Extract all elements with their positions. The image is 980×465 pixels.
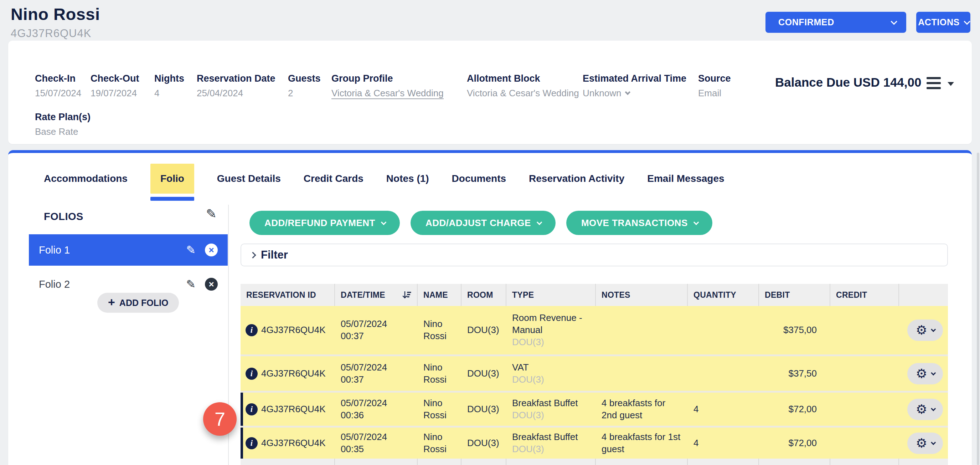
row-actions-button[interactable]: ⚙: [907, 433, 943, 454]
cell-name: Nino Rossi: [418, 428, 461, 459]
col-room[interactable]: ROOM: [461, 284, 506, 306]
cell-type-sub: DOU(3): [512, 443, 544, 455]
col-actions: [899, 284, 948, 306]
folio-name: Folio 1: [39, 244, 186, 256]
col-credit[interactable]: CREDIT: [830, 284, 899, 306]
table-row[interactable]: i 4GJ37R6QU4K 05/07/2024 00:35 Nino Ross…: [240, 426, 948, 459]
cell-type-sub: DOU(3): [512, 409, 544, 422]
col-quantity[interactable]: QUANTITY: [688, 284, 759, 306]
cell-reservation-id: 4GJ37R6QU4K: [261, 368, 326, 380]
chevron-down-icon: [694, 219, 699, 225]
col-debit[interactable]: DEBIT: [759, 284, 830, 306]
tab-guest-details[interactable]: Guest Details: [217, 173, 281, 184]
tab-notes[interactable]: Notes (1): [386, 173, 429, 184]
folio-item-1[interactable]: Folio 1 ✎ ×: [29, 234, 228, 266]
cell-quantity: [688, 356, 759, 391]
cell-room: DOU(3): [461, 356, 506, 391]
cell-reservation-id: 4GJ37R6QU4K: [261, 437, 326, 449]
cell-room: DOU(3): [461, 393, 506, 426]
cell-type: Room Revenue - Manual DOU(3): [506, 306, 596, 355]
cell-debit: $375,00: [759, 306, 830, 355]
col-datetime[interactable]: DATE/TIME: [335, 284, 418, 306]
page-title: Nino Rossi: [11, 4, 100, 24]
cell-name: Nino Rossi: [418, 393, 461, 426]
chevron-right-icon: [250, 252, 256, 258]
estimated-arrival-dropdown[interactable]: Unknown: [583, 88, 628, 99]
scrollbar[interactable]: [977, 153, 979, 465]
gear-icon: ⚙: [916, 403, 927, 416]
cell-credit: [830, 356, 899, 391]
chevron-down-icon: [537, 219, 542, 225]
actions-label: ACTIONS: [918, 17, 960, 27]
tab-credit-cards[interactable]: Credit Cards: [304, 173, 363, 184]
edit-folios-icon[interactable]: ✎: [206, 206, 217, 221]
add-adjust-charge-button[interactable]: ADD/ADJUST CHARGE: [410, 211, 555, 235]
cell-name: Nino Rossi: [418, 356, 461, 391]
step-badge: 7: [203, 402, 237, 436]
tab-accommodations[interactable]: Accommodations: [44, 173, 127, 184]
cell-debit: $72,00: [759, 393, 830, 426]
actions-dropdown-button[interactable]: ACTIONS: [916, 12, 970, 33]
folio-toolbar: ADD/REFUND PAYMENT ADD/ADJUST CHARGE MOV…: [250, 211, 713, 235]
cell-quantity: 4: [688, 393, 759, 426]
folio-name: Folio 2: [39, 278, 186, 290]
edit-folio-icon[interactable]: ✎: [186, 277, 196, 291]
table-row[interactable]: i 4GJ37R6QU4K 05/07/2024 00:37 Nino Ross…: [240, 355, 948, 391]
balance-menu-icon[interactable]: [926, 77, 941, 89]
table-row[interactable]: i 4GJ37R6QU4K 05/07/2024 00:37 Nino Ross…: [240, 306, 948, 355]
reservation-detail-card: Accommodations Folio Guest Details Credi…: [8, 150, 972, 465]
folios-title: FOLIOS: [44, 211, 83, 222]
col-name[interactable]: NAME: [418, 284, 461, 306]
info-icon[interactable]: i: [245, 437, 258, 449]
gear-icon: ⚙: [916, 367, 927, 380]
delete-folio-icon[interactable]: ×: [205, 278, 218, 291]
add-folio-button[interactable]: + ADD FOLIO: [97, 293, 179, 313]
col-type[interactable]: TYPE: [506, 284, 596, 306]
cell-datetime: 05/07/2024 00:36: [335, 393, 418, 426]
move-transactions-button[interactable]: MOVE TRANSACTIONS: [566, 211, 713, 235]
cell-reservation-id: 4GJ37R6QU4K: [261, 324, 326, 336]
col-notes[interactable]: NOTES: [596, 284, 688, 306]
cell-type-sub: DOU(3): [512, 336, 544, 348]
info-icon[interactable]: i: [245, 403, 258, 415]
cell-notes: [596, 306, 688, 355]
tab-folio[interactable]: Folio: [150, 164, 194, 193]
balance-menu-caret-icon[interactable]: [948, 82, 954, 86]
balance-due: Balance Due USD 144,00: [775, 75, 921, 89]
delete-folio-icon[interactable]: ×: [205, 244, 218, 256]
cell-reservation-id: 4GJ37R6QU4K: [261, 403, 326, 415]
cell-type: VAT DOU(3): [506, 356, 596, 391]
tab-email-messages[interactable]: Email Messages: [647, 173, 724, 184]
page-header: Nino Rossi 4GJ37R6QU4K CONFIRMED ACTIONS: [0, 0, 980, 39]
plus-icon: +: [108, 296, 115, 308]
sort-descending-icon[interactable]: [401, 289, 412, 300]
row-actions-button[interactable]: ⚙: [907, 320, 943, 341]
cell-debit: $72,00: [759, 428, 830, 459]
gear-icon: ⚙: [916, 324, 927, 337]
group-profile-link[interactable]: Victoria & Cesar's Wedding: [331, 88, 444, 99]
table-row[interactable]: i 4GJ37R6QU4K 05/07/2024 00:36 Nino Ross…: [240, 391, 948, 426]
cell-room: DOU(3): [461, 428, 506, 459]
filter-toggle[interactable]: Filter: [240, 244, 948, 266]
cell-name: Nino Rossi: [418, 306, 461, 355]
cell-credit: [830, 428, 899, 459]
row-actions-button[interactable]: ⚙: [907, 399, 943, 420]
chevron-down-icon: [625, 89, 631, 95]
edit-folio-icon[interactable]: ✎: [186, 243, 196, 257]
table-header-row: RESERVATION ID DATE/TIME NAME ROOM TYPE …: [240, 284, 948, 306]
info-icon[interactable]: i: [245, 324, 258, 336]
col-reservation-id[interactable]: RESERVATION ID: [240, 284, 335, 306]
chevron-down-icon: [964, 18, 970, 25]
status-dropdown-button[interactable]: CONFIRMED: [765, 12, 906, 33]
cell-type-sub: DOU(3): [512, 374, 544, 386]
tab-reservation-activity[interactable]: Reservation Activity: [529, 173, 624, 184]
info-icon[interactable]: i: [245, 368, 258, 380]
tab-documents[interactable]: Documents: [452, 173, 506, 184]
transactions-table: RESERVATION ID DATE/TIME NAME ROOM TYPE …: [240, 284, 948, 465]
chevron-down-icon: [931, 370, 936, 375]
chevron-down-icon: [931, 440, 936, 445]
row-actions-button[interactable]: ⚙: [907, 363, 943, 384]
chevron-down-icon: [931, 327, 936, 332]
add-refund-payment-button[interactable]: ADD/REFUND PAYMENT: [250, 211, 400, 235]
cell-datetime: 05/07/2024 00:37: [335, 356, 418, 391]
